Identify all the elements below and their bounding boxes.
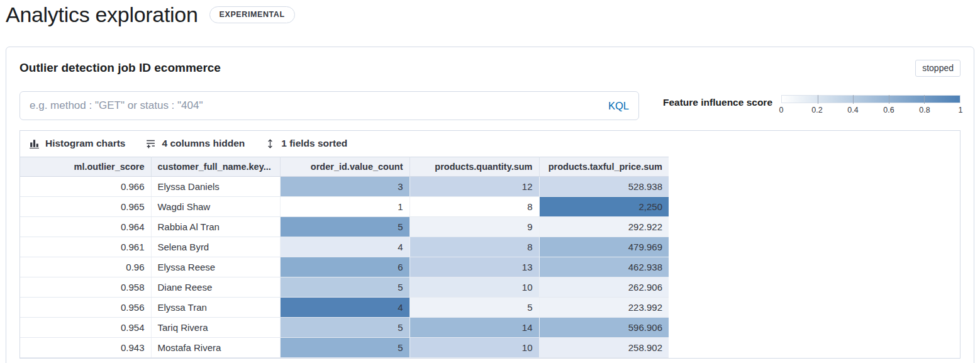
scale-tick-label: 0.4 — [847, 106, 858, 114]
table-cell[interactable]: 0.956 — [20, 297, 151, 317]
table-cell[interactable]: 292.922 — [539, 216, 669, 237]
columns-icon — [145, 138, 156, 149]
scale-tick-label: 1 — [959, 106, 963, 114]
table-cell[interactable]: 0.965 — [20, 196, 151, 216]
table-cell[interactable]: 14 — [409, 317, 539, 337]
table-cell[interactable]: 5 — [280, 216, 409, 237]
table-row: 0.954Tariq Rivera514596.906 — [20, 317, 669, 337]
table-cell[interactable]: 5 — [409, 297, 539, 317]
table-body: 0.966Elyssa Daniels312528.9380.965Wagdi … — [20, 176, 669, 357]
table-cell[interactable]: 0.964 — [20, 216, 151, 237]
kql-button[interactable]: KQL — [608, 99, 629, 111]
search-bar: KQL — [19, 91, 639, 120]
panel-title: Outlier detection job ID ecommerce — [19, 61, 221, 75]
scale-tick-line — [818, 95, 818, 104]
table-cell[interactable]: 10 — [409, 277, 539, 297]
table-row: 0.964Rabbia Al Tran59292.922 — [20, 216, 669, 237]
table-cell[interactable]: 5 — [280, 277, 409, 297]
table-row: 0.965Wagdi Shaw182,250 — [20, 196, 669, 216]
table-cell[interactable]: Diane Reese — [151, 277, 280, 297]
table-cell[interactable]: 0.961 — [20, 237, 151, 257]
color-scale: 00.20.40.60.81 — [781, 95, 961, 116]
feature-influence-legend: Feature influence score 00.20.40.60.81 — [639, 91, 961, 116]
controls-row: KQL Feature influence score 00.20.40.60.… — [19, 91, 961, 120]
results-table: ml.outlier_scorecustomer_full_name.key..… — [20, 157, 669, 358]
table-cell[interactable]: 8 — [409, 196, 539, 216]
column-header[interactable]: products.taxful_price.sum — [539, 157, 669, 176]
table-cell[interactable]: 13 — [409, 257, 539, 277]
table-cell[interactable]: 223.992 — [539, 297, 669, 317]
table-cell[interactable]: Mostafa Rivera — [151, 337, 280, 357]
table-cell[interactable]: 0.958 — [20, 277, 151, 297]
outlier-detection-panel: Outlier detection job ID ecommerce stopp… — [6, 47, 974, 363]
table-cell[interactable]: Elyssa Tran — [151, 297, 280, 317]
table-cell[interactable]: 0.96 — [20, 257, 151, 277]
table-cell[interactable]: 258.902 — [539, 337, 669, 357]
table-cell[interactable]: Elyssa Reese — [151, 257, 280, 277]
fields-sorted-label: 1 fields sorted — [281, 138, 347, 149]
table-cell[interactable]: Selena Byrd — [151, 237, 280, 257]
table-cell[interactable]: 5 — [280, 317, 409, 337]
header-row: ml.outlier_scorecustomer_full_name.key..… — [20, 157, 669, 176]
table-row: 0.958Diane Reese510262.906 — [20, 277, 669, 297]
column-header[interactable]: order_id.value_count — [280, 157, 409, 176]
table-row: 0.943Mostafa Rivera510258.902 — [20, 337, 669, 357]
table-cell[interactable]: 262.906 — [539, 277, 669, 297]
column-header[interactable]: ml.outlier_score — [20, 157, 151, 176]
page-title: Analytics exploration — [6, 3, 198, 27]
panel-header: Outlier detection job ID ecommerce stopp… — [19, 60, 961, 77]
table-cell[interactable]: 10 — [409, 337, 539, 357]
columns-hidden-label: 4 columns hidden — [162, 138, 245, 149]
bar-chart-icon — [29, 138, 40, 149]
table-row: 0.961Selena Byrd48479.969 — [20, 237, 669, 257]
table-cell[interactable]: 9 — [409, 216, 539, 237]
table-row: 0.96Elyssa Reese613462.938 — [20, 257, 669, 277]
table-cell[interactable]: 6 — [280, 257, 409, 277]
table-cell[interactable]: 596.906 — [539, 317, 669, 337]
table-cell[interactable]: 8 — [409, 237, 539, 257]
table-cell[interactable]: 4 — [280, 237, 409, 257]
scale-tick-line — [889, 95, 889, 104]
histogram-charts-label: Histogram charts — [45, 138, 125, 149]
scale-tick-label: 0.8 — [919, 106, 930, 114]
table-cell[interactable]: Tariq Rivera — [151, 317, 280, 337]
table-cell[interactable]: 4 — [280, 297, 409, 317]
column-header[interactable]: customer_full_name.key... — [151, 157, 280, 176]
table-cell[interactable]: 462.938 — [539, 257, 669, 277]
color-scale-ticks: 00.20.40.60.81 — [781, 106, 961, 116]
scale-tick-label: 0.6 — [883, 106, 894, 114]
table-cell[interactable]: Rabbia Al Tran — [151, 216, 280, 237]
table-cell[interactable]: 479.969 — [539, 237, 669, 257]
scale-tick-label: 0.2 — [811, 106, 822, 114]
results-grid: Histogram charts 4 columns hidden 1 fiel… — [19, 130, 961, 359]
job-status-badge: stopped — [915, 60, 961, 77]
search-input[interactable] — [19, 91, 639, 120]
table-cell[interactable]: 0.966 — [20, 176, 151, 196]
table-cell[interactable]: Elyssa Daniels — [151, 176, 280, 196]
column-header[interactable]: products.quantity.sum — [409, 157, 539, 176]
table-row: 0.966Elyssa Daniels312528.938 — [20, 176, 669, 196]
fields-sorted-button[interactable]: 1 fields sorted — [265, 138, 347, 149]
grid-toolbar: Histogram charts 4 columns hidden 1 fiel… — [20, 131, 960, 157]
table-cell[interactable]: Wagdi Shaw — [151, 196, 280, 216]
table-cell[interactable]: 5 — [280, 337, 409, 357]
table-cell[interactable]: 0.954 — [20, 317, 151, 337]
histogram-charts-button[interactable]: Histogram charts — [29, 138, 125, 149]
table-cell[interactable]: 1 — [280, 196, 409, 216]
table-row: 0.956Elyssa Tran45223.992 — [20, 297, 669, 317]
color-scale-bar — [781, 95, 961, 103]
scale-tick-line — [853, 95, 854, 104]
table-cell[interactable]: 0.943 — [20, 337, 151, 357]
scale-tick-label: 0 — [779, 106, 784, 114]
legend-label: Feature influence score — [663, 97, 772, 108]
table-cell[interactable]: 3 — [280, 176, 409, 196]
sort-icon — [265, 138, 276, 149]
table-cell[interactable]: 528.938 — [539, 176, 669, 196]
table-cell[interactable]: 2,250 — [539, 196, 669, 216]
experimental-badge: EXPERIMENTAL — [209, 6, 295, 23]
table-cell[interactable]: 12 — [409, 176, 539, 196]
columns-hidden-button[interactable]: 4 columns hidden — [145, 138, 245, 149]
page-header: Analytics exploration EXPERIMENTAL — [0, 0, 980, 27]
scale-tick-line — [924, 95, 925, 104]
